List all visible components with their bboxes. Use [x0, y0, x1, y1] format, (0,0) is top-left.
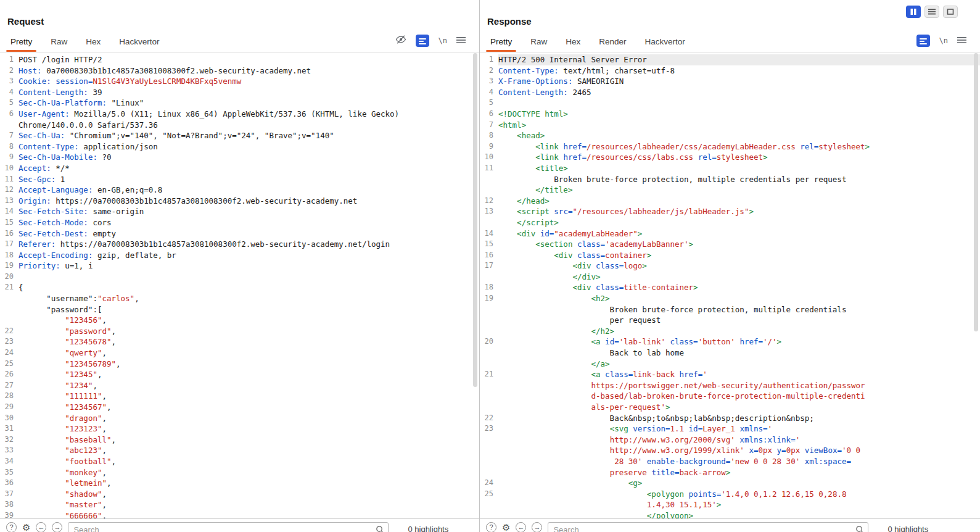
code-line[interactable]: </polygon> [480, 510, 980, 518]
code-text[interactable]: preserve title=back-arrow> [498, 467, 980, 478]
help-icon[interactable]: ? [486, 522, 496, 532]
code-text[interactable]: "qwerty", [19, 347, 479, 359]
code-text[interactable]: <svg version=1.1 id=Layer_1 xmlns=' [498, 423, 980, 434]
code-line[interactable]: 23 <svg version=1.1 id=Layer_1 xmlns=' [480, 423, 980, 434]
code-line[interactable]: 17Referer: https://0a70008303b1b1c4857a3… [0, 239, 479, 250]
code-text[interactable]: <div class=title-container> [498, 282, 980, 293]
code-line[interactable]: 10 <link href=/resources/css/labs.css re… [480, 152, 980, 163]
code-text[interactable]: Sec-Ch-Ua: "Chromium";v="140", "Not=A?Br… [19, 130, 479, 141]
code-text[interactable]: <html> [498, 120, 980, 131]
code-text[interactable]: http://www.w3.org/2000/svg' xmlns:xlink=… [498, 434, 980, 446]
code-text[interactable]: <script src="/resources/labheader/js/lab… [498, 206, 980, 217]
pretty-print-toggle-icon[interactable] [916, 35, 930, 47]
code-line[interactable]: 11Sec-Gpc: 1 [0, 174, 479, 185]
tab-raw[interactable]: Raw [521, 33, 556, 52]
code-line[interactable]: 4Content-Length: 2465 [480, 87, 980, 98]
tab-hex[interactable]: Hex [556, 33, 590, 52]
code-text[interactable]: 28 30' enable-background='new 0 0 28 30'… [498, 456, 980, 467]
code-line[interactable]: 7<html> [480, 120, 980, 131]
code-text[interactable]: Back&nbsp;to&nbsp;lab&nbsp;description&n… [498, 413, 980, 424]
code-text[interactable]: <a id='lab-link' class='button' href='/'… [498, 336, 980, 347]
code-text[interactable]: "letmein", [19, 478, 479, 489]
code-line[interactable]: "username":"carlos", [0, 293, 479, 304]
code-text[interactable]: Content-Length: 39 [19, 87, 479, 98]
code-line[interactable]: 24 <g> [480, 478, 980, 489]
code-line[interactable]: 33 "abc123", [0, 445, 479, 456]
code-line[interactable]: 30 "dragon", [0, 413, 479, 424]
code-line[interactable]: 35 "monkey", [0, 467, 479, 478]
editor-menu-icon[interactable] [456, 35, 466, 46]
code-text[interactable]: Sec-Fetch-Site: same-origin [19, 206, 479, 217]
newline-toggle-icon[interactable]: \n [939, 36, 948, 45]
code-text[interactable]: Origin: https://0a70008303b1b1c4857a3081… [19, 196, 479, 207]
response-scrollbar[interactable] [974, 53, 979, 517]
code-text[interactable]: { [19, 282, 479, 293]
code-line[interactable]: 21{ [0, 282, 479, 293]
code-text[interactable]: Referer: https://0a70008303b1b1c4857a308… [19, 239, 479, 250]
code-line[interactable]: preserve title=back-arrow> [480, 467, 980, 478]
code-line[interactable]: 18Accept-Encoding: gzip, deflate, br [0, 250, 479, 261]
layout-columns-button[interactable] [906, 6, 921, 18]
code-line[interactable]: 8 <head> [480, 130, 980, 141]
code-text[interactable]: Broken brute-force protection, multiple … [498, 174, 980, 185]
code-line[interactable]: Broken brute-force protection, multiple … [480, 174, 980, 185]
code-text[interactable]: "12345", [19, 369, 479, 380]
code-line[interactable]: </title> [480, 185, 980, 196]
code-text[interactable]: "666666", [19, 510, 479, 518]
code-line[interactable]: 37 "shadow", [0, 489, 479, 500]
code-text[interactable]: "1234567", [19, 402, 479, 413]
tab-raw[interactable]: Raw [41, 33, 76, 52]
code-line[interactable]: 6<!DOCTYPE html> [480, 109, 980, 120]
tab-hex[interactable]: Hex [76, 33, 110, 52]
code-line[interactable]: 19 <h2> [480, 293, 980, 304]
tab-pretty[interactable]: Pretty [1, 33, 41, 52]
code-line[interactable]: Chrome/140.0.0.0 Safari/537.36 [0, 120, 479, 131]
code-text[interactable]: Content-Length: 2465 [498, 87, 980, 98]
editor-menu-icon[interactable] [957, 35, 966, 46]
code-text[interactable]: Content-Type: application/json [19, 141, 479, 152]
code-line[interactable]: "123456", [0, 315, 479, 326]
newline-toggle-icon[interactable]: \n [439, 36, 447, 45]
code-line[interactable]: 15 <section class='academyLabBanner'> [480, 239, 980, 250]
code-text[interactable]: </a> [498, 359, 980, 370]
code-text[interactable]: Content-Type: text/html; charset=utf-8 [498, 65, 980, 77]
code-line[interactable]: 8Content-Type: application/json [0, 141, 479, 152]
code-line[interactable]: 34 "football", [0, 456, 479, 467]
code-line[interactable]: 22 Back&nbsp;to&nbsp;lab&nbsp;descriptio… [480, 413, 980, 424]
code-text[interactable]: <title> [498, 163, 980, 174]
code-line[interactable]: 7Sec-Ch-Ua: "Chromium";v="140", "Not=A?B… [0, 130, 479, 141]
code-line[interactable]: 10Accept: */* [0, 163, 479, 174]
code-line[interactable]: 1HTTP/2 500 Internal Server Error [480, 54, 980, 65]
code-text[interactable]: Host: 0a70008303b1b1c4857a3081008300f2.w… [19, 65, 479, 77]
code-line[interactable]: 32 "baseball", [0, 434, 479, 446]
code-line[interactable]: per request [480, 315, 980, 326]
code-text[interactable]: </h2> [498, 326, 980, 337]
code-line[interactable]: 9 <link href=/resources/labheader/css/ac… [480, 141, 980, 152]
code-line[interactable]: 22 "password", [0, 326, 479, 337]
code-text[interactable]: <head> [498, 130, 980, 141]
pretty-print-toggle-icon[interactable] [416, 35, 429, 47]
code-text[interactable]: HTTP/2 500 Internal Server Error [498, 54, 980, 65]
request-editor[interactable]: 1POST /login HTTP/22Host: 0a70008303b1b1… [0, 52, 479, 518]
code-text[interactable]: "football", [19, 456, 479, 467]
code-line[interactable]: 24 "qwerty", [0, 347, 479, 359]
code-text[interactable]: <div id="academyLabHeader"> [498, 228, 980, 239]
code-line[interactable]: 14Sec-Fetch-Site: same-origin [0, 206, 479, 217]
code-line[interactable]: Broken brute-force protection, multiple … [480, 304, 980, 315]
code-text[interactable]: </script> [498, 217, 980, 228]
code-line[interactable]: 31 "123123", [0, 423, 479, 434]
code-line[interactable]: 11 <title> [480, 163, 980, 174]
code-text[interactable]: "monkey", [19, 467, 479, 478]
code-text[interactable]: "password", [19, 326, 479, 337]
code-text[interactable] [19, 272, 479, 283]
code-text[interactable]: Cookie: session=N1SlG4V3YaUyLesLCRMD4KBF… [19, 76, 479, 87]
code-text[interactable]: "master", [19, 499, 479, 510]
code-text[interactable]: "123456789", [19, 359, 479, 370]
code-text[interactable]: <a class=link-back href=' [498, 369, 980, 380]
code-line[interactable]: 39 "666666", [0, 510, 479, 518]
code-line[interactable]: Back to lab home [480, 347, 980, 359]
search-input[interactable] [548, 522, 868, 532]
code-text[interactable]: "1234", [19, 380, 479, 391]
next-match-icon[interactable]: → [52, 522, 62, 532]
code-text[interactable]: <section class='academyLabBanner'> [498, 239, 980, 250]
